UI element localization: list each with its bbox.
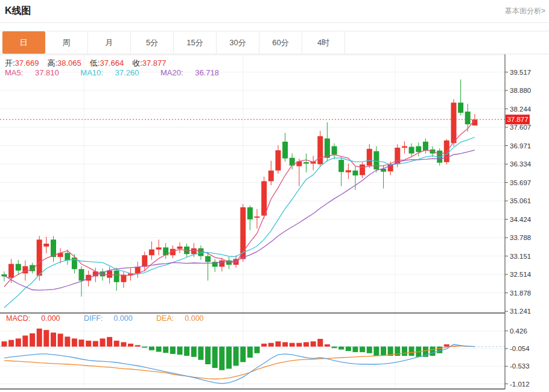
tab-15min[interactable]: 15分 <box>174 31 217 54</box>
tab-60min[interactable]: 60分 <box>259 31 302 54</box>
svg-text:31.878: 31.878 <box>510 289 531 297</box>
close-value: 37.877 <box>142 58 167 68</box>
chart-area: 37.87739.51738.88038.24437.60736.97136.3… <box>0 54 549 392</box>
current-price-marker: 37.877 <box>507 116 528 123</box>
kline-page: K线图 基本面分析> 日周月5分15分30分60分4时 37.87739.517… <box>0 0 549 392</box>
high-label: 高: <box>47 58 57 68</box>
svg-text:37.607: 37.607 <box>510 124 531 131</box>
svg-text:34.424: 34.424 <box>510 216 532 223</box>
kline-chart-canvas[interactable]: 37.87739.51738.88038.24437.60736.97136.3… <box>0 54 549 392</box>
open-label: 开: <box>5 58 15 68</box>
macd-value-legend: MACD:0.000 <box>6 314 71 323</box>
dea-value-legend: DEA:0.000 <box>156 314 214 323</box>
ma-legend: MA5: 37.810 MA10: 37.260 MA20: 36.718 <box>5 68 238 77</box>
tab-month[interactable]: 月 <box>88 31 131 54</box>
svg-text:38.244: 38.244 <box>510 106 532 113</box>
svg-text:36.334: 36.334 <box>510 160 532 168</box>
svg-text:-1.012: -1.012 <box>510 381 530 388</box>
svg-text:33.788: 33.788 <box>510 234 531 241</box>
page-header: K线图 基本面分析> <box>0 0 549 23</box>
tab-day[interactable]: 日 <box>2 31 45 54</box>
svg-text:31.241: 31.241 <box>510 308 531 315</box>
svg-text:-0.054: -0.054 <box>510 345 530 352</box>
svg-text:0.426: 0.426 <box>510 327 527 335</box>
macd-legend: MACD:0.000 DIFF:0.000 DEA:0.000 <box>6 314 226 323</box>
svg-text:36.971: 36.971 <box>510 142 531 150</box>
page-title: K线图 <box>5 5 31 17</box>
svg-text:38.880: 38.880 <box>510 87 531 94</box>
svg-text:33.151: 33.151 <box>510 253 531 260</box>
tab-5min[interactable]: 5分 <box>131 31 174 54</box>
ohlc-legend: 开:37.669高:38.065低:37.664收:37.877 <box>5 58 175 69</box>
tab-4hour[interactable]: 4时 <box>302 31 345 54</box>
svg-text:-0.533: -0.533 <box>510 362 530 370</box>
high-value: 38.065 <box>57 58 81 68</box>
tab-week[interactable]: 周 <box>45 31 88 54</box>
close-label: 收: <box>132 58 142 68</box>
ma5-legend: MA5: 37.810 <box>5 68 69 77</box>
tab-30min[interactable]: 30分 <box>217 31 259 54</box>
fundamental-analysis-link[interactable]: 基本面分析> <box>505 6 545 16</box>
svg-text:35.697: 35.697 <box>510 179 531 186</box>
interval-tabbar: 日周月5分15分30分60分4时 <box>0 31 549 54</box>
low-value: 37.664 <box>100 58 124 68</box>
open-value: 37.669 <box>15 58 39 68</box>
svg-text:32.514: 32.514 <box>510 271 532 278</box>
svg-text:39.517: 39.517 <box>510 69 531 76</box>
ma10-legend: MA10: 37.260 <box>80 68 148 77</box>
diff-value-legend: DIFF:0.000 <box>84 314 144 323</box>
ma20-legend: MA20: 36.718 <box>160 68 229 77</box>
svg-text:35.061: 35.061 <box>510 197 531 204</box>
low-label: 低: <box>90 58 100 68</box>
